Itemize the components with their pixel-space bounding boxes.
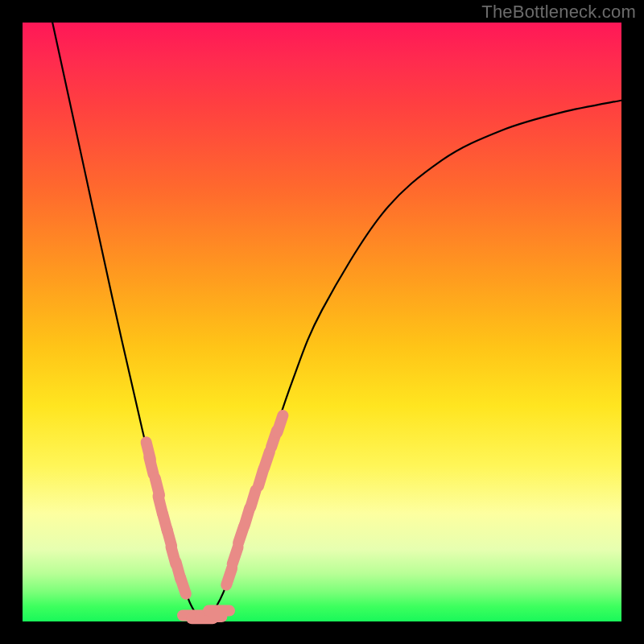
highlight-segment: [149, 457, 153, 474]
watermark-text: TheBottleneck.com: [481, 2, 636, 23]
highlight-segment: [277, 415, 283, 432]
highlight-segment: [180, 577, 186, 594]
highlight-segment: [264, 452, 270, 469]
plot-area: [23, 23, 621, 621]
highlight-segment: [250, 490, 255, 507]
highlight-markers: [147, 415, 283, 618]
highlight-segment: [233, 547, 238, 564]
bottleneck-curve: [52, 23, 621, 618]
chart-frame: TheBottleneck.com: [0, 0, 644, 644]
highlight-segment: [226, 568, 232, 585]
curve-layer: [23, 23, 621, 621]
